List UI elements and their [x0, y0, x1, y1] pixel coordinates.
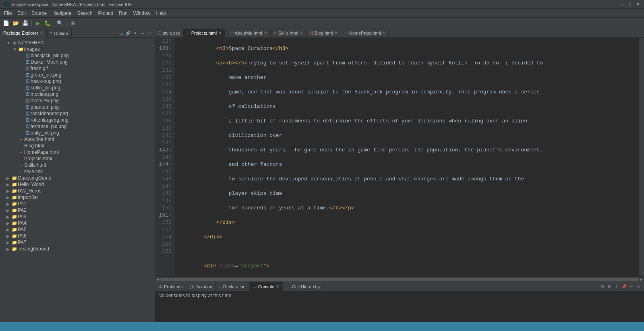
tree-file-blackjack[interactable]: 🖼 blackjack_pic.png	[0, 52, 155, 59]
tree-file-blog[interactable]: H Blog.html	[0, 143, 155, 149]
tree-folder-hwheros[interactable]: ▶ 📁 HW_Heros	[0, 188, 155, 194]
menu-search[interactable]: Search	[75, 10, 95, 17]
tree-file-terrance-pic[interactable]: 🖼 terrance_pic.png	[0, 123, 155, 130]
open-button[interactable]: 📂	[11, 19, 20, 28]
bottom-tab-callhierarchy[interactable]: ⋮ Call Hierarchy	[283, 282, 323, 291]
menu-run[interactable]: Run	[116, 10, 130, 17]
tree-file-darker-mech[interactable]: 🖼 Darker Mech.png	[0, 59, 155, 65]
html-icon: H	[18, 137, 24, 142]
console-close[interactable]: ✕	[276, 284, 279, 289]
menu-source[interactable]: Source	[29, 10, 49, 17]
menu-file[interactable]: File	[2, 10, 14, 17]
tree-folder-importjar[interactable]: ▶ 📁 ImportJar	[0, 194, 155, 201]
close-button[interactable]: ✕	[635, 2, 641, 7]
collapse-all-button[interactable]: ⊟	[118, 30, 124, 37]
bottom-minimize-button[interactable]: ─	[628, 283, 634, 290]
tree-folder-pa1[interactable]: ▶ 📁 PA1	[0, 201, 155, 207]
menu-project[interactable]: Project	[95, 10, 115, 17]
tree-file-projects[interactable]: H Projects.html	[0, 155, 155, 162]
console-pin-button[interactable]: 📌	[621, 283, 627, 290]
tree-folder-pa5[interactable]: ▶ 📁 PA5	[0, 226, 155, 233]
folder-icon: 📁	[11, 182, 18, 187]
code-lines[interactable]: <h3>Space Curators</h3> <p><b></b>Trying…	[175, 38, 638, 276]
tree-file-homepage[interactable]: H HomePage.html	[0, 149, 155, 155]
tree-folder-helloworld[interactable]: ▶ 📁 Hello_World	[0, 181, 155, 188]
outline-tab[interactable]: ≡ Outline	[47, 29, 72, 38]
debug-button[interactable]: 🐛	[43, 19, 52, 28]
minimize-panel-button[interactable]: ─	[139, 30, 146, 37]
status-bar	[0, 322, 644, 331]
console-clear-button[interactable]: 🗑	[606, 283, 613, 290]
tab-blog-close[interactable]: ✕	[334, 31, 338, 35]
tree-folder-guessinggame[interactable]: ▶ 📁 GuessingGame	[0, 175, 155, 181]
bottom-tab-console[interactable]: ▭ Console ✕	[249, 282, 283, 291]
tab-aboutme[interactable]: H *AboutMe.html ✕	[225, 29, 270, 37]
tree-root-ajthegreat[interactable]: ▼ ◈ AJtheGREAT	[0, 39, 155, 46]
tree-folder-pa4[interactable]: ▶ 📁 PA4	[0, 220, 155, 226]
search-button[interactable]: 🔍	[56, 19, 64, 28]
tab-homepage-close[interactable]: ✕	[383, 31, 386, 35]
title-bar-left: 🌑 eclipse-workspace - AJtheGREAT/Project…	[3, 1, 132, 7]
tree-folder-testingground[interactable]: ▶ 📁 TestingGround	[0, 246, 155, 252]
tree-file-rottenlargebg[interactable]: 🖼 rottenlargebg.png	[0, 117, 155, 123]
save-button[interactable]: 💾	[21, 19, 30, 28]
package-explorer-tab[interactable]: Package Explorer ✕	[0, 29, 47, 38]
tab-projectshtml[interactable]: H Projects.html ✕	[183, 29, 225, 37]
tree-file-fresh-gif[interactable]: 🖼 fresh.gif	[0, 65, 155, 72]
panel-menu-button[interactable]: ▾	[132, 30, 139, 37]
tab-aboutme-close[interactable]: ✕	[264, 31, 267, 35]
horizontal-scrollbar[interactable]: ◂ ▸	[155, 276, 644, 282]
maximize-button[interactable]: □	[627, 2, 633, 7]
tree-folder-pa7[interactable]: ▶ 📁 PA7	[0, 239, 155, 246]
tree-file-overview[interactable]: 🖼 overview.png	[0, 97, 155, 104]
right-scrollbar-gutter[interactable]	[638, 38, 644, 276]
new-button[interactable]: 📄	[2, 19, 10, 28]
scroll-left-button[interactable]: ◂	[157, 277, 159, 281]
bottom-tab-problems[interactable]: ⚠ Problems	[155, 282, 186, 291]
scroll-right-button[interactable]: ▸	[640, 277, 642, 281]
minimize-button[interactable]: ─	[619, 2, 625, 7]
menu-navigate[interactable]: Navigate	[50, 10, 74, 17]
line-num-132: 132	[157, 74, 172, 81]
html-icon: H	[18, 150, 24, 155]
code-content[interactable]: 127 128▾ 129 130 131 132 133 134 135 136…	[155, 38, 644, 276]
run-button[interactable]: ▶	[33, 19, 42, 28]
tree-file-moviebg[interactable]: 🖼 moviebg.png	[0, 91, 155, 97]
image-icon: 🖼	[24, 60, 31, 64]
tree-file-hawk-bug[interactable]: 🖼 hawk-bug.png	[0, 78, 155, 85]
html-file-icon: H	[274, 31, 277, 35]
tree-folder-images[interactable]: ▼ 📁 images	[0, 46, 155, 52]
tab-projectshtml-close[interactable]: ✕	[218, 31, 222, 35]
menu-edit[interactable]: Edit	[15, 10, 28, 17]
tree-file-group-pic[interactable]: 🖼 group_pic.png	[0, 72, 155, 78]
tree-file-phantom[interactable]: 🖼 phantom.png	[0, 104, 155, 110]
console-scroll-lock-button[interactable]: ⇩	[613, 283, 620, 290]
tree-file-aboutme[interactable]: H AboutMe.html	[0, 136, 155, 143]
maximize-panel-button[interactable]: □	[147, 30, 153, 37]
bottom-tab-declaration[interactable]: ≡ Declaration	[216, 282, 249, 291]
link-editor-button[interactable]: 🔗	[125, 30, 131, 37]
perspective-button[interactable]: ⊞	[68, 19, 77, 28]
tree-file-stylecss[interactable]: C style.css	[0, 168, 155, 175]
tab-stylecss[interactable]: C style.css	[155, 29, 183, 37]
console-new-button[interactable]: ⊞	[599, 283, 605, 290]
horizontal-scroll-track[interactable]	[160, 278, 639, 281]
tree-file-skills[interactable]: H Skills.html	[0, 162, 155, 168]
tree-folder-pa3[interactable]: ▶ 📁 PA3	[0, 213, 155, 220]
line-num-149: 149	[157, 197, 172, 205]
menu-help[interactable]: Help	[154, 10, 169, 17]
tree-folder-pa2[interactable]: ▶ 📁 PA2	[0, 207, 155, 213]
menu-window[interactable]: Window	[131, 10, 153, 17]
bottom-tab-javadoc[interactable]: @ Javadoc	[186, 282, 215, 291]
bottom-maximize-button[interactable]: □	[635, 283, 642, 290]
tab-skills-close[interactable]: ✕	[300, 31, 303, 35]
tab-blog[interactable]: H Blog.html ✕	[306, 29, 341, 37]
image-icon: 🖼	[24, 98, 31, 103]
tree-file-unity-pic[interactable]: 🖼 unity_pic.png	[0, 130, 155, 136]
tab-homepage[interactable]: H HomePage.html ✕	[341, 29, 389, 37]
tree-folder-pa6[interactable]: ▶ 📁 PA6	[0, 233, 155, 239]
package-explorer-close[interactable]: ✕	[40, 31, 43, 35]
tree-file-rancidbanner[interactable]: 🖼 rancidbanner.png	[0, 110, 155, 117]
tree-file-kotlin-pic[interactable]: 🖼 kotlin_pic.png	[0, 85, 155, 91]
tab-skills[interactable]: H Skills.html ✕	[271, 29, 307, 37]
